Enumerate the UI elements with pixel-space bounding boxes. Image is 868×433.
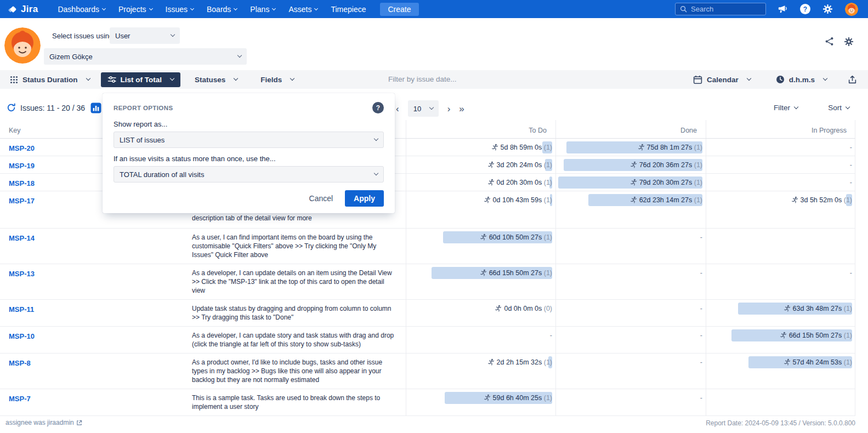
- nav-item-dashboards[interactable]: Dashboards: [51, 0, 112, 18]
- multiple-visits-select[interactable]: TOTAL duration of all visits: [114, 166, 384, 183]
- sort-button[interactable]: Sort: [828, 104, 849, 112]
- apply-button[interactable]: Apply: [345, 190, 384, 207]
- nav-item-plans[interactable]: Plans: [243, 0, 282, 18]
- admin-gear-icon[interactable]: [822, 4, 833, 14]
- table-row: MSP-10 As a developer, I can update stor…: [0, 327, 855, 354]
- footer-assignee-link[interactable]: assignee was jiraadmin: [5, 419, 82, 426]
- todo-duration-cell: 5d 8h 59m 0s (1): [406, 139, 555, 156]
- filter-button[interactable]: Filter: [774, 104, 798, 112]
- help-question-mark: ?: [803, 5, 807, 13]
- issue-date-filter-input[interactable]: Filter by issue date...: [388, 75, 457, 83]
- done-duration-cell: -: [555, 229, 706, 264]
- report-toolbar: Status Duration List of Total Statuses F…: [0, 70, 868, 89]
- avatar-illustration: [845, 3, 858, 16]
- nav-item-issues[interactable]: Issues: [159, 0, 200, 18]
- issue-key-link[interactable]: MSP-17: [9, 197, 35, 205]
- chevron-down-icon: [86, 76, 90, 81]
- toolbar-right-cluster: Calendar d.h.m.s: [689, 72, 857, 88]
- report-settings-gear-icon[interactable]: [844, 37, 854, 47]
- report-type-button[interactable]: List of Total: [101, 72, 181, 87]
- issue-key-link[interactable]: MSP-18: [9, 179, 35, 187]
- jira-logo[interactable]: Jira: [8, 4, 38, 15]
- next-page-button[interactable]: ›: [447, 104, 451, 113]
- runner-icon: [784, 358, 791, 366]
- table-row: MSP-13 As a developer, I can update deta…: [0, 264, 855, 300]
- chevron-down-icon: [149, 7, 152, 10]
- sliders-icon: [107, 76, 116, 83]
- issue-summary-cell: As a developer, I can update details on …: [189, 264, 406, 299]
- issue-summary-cell: Update task status by dragging and dropp…: [189, 300, 406, 326]
- duration-text: 66d 15h 50m 27s (1): [706, 331, 852, 340]
- duration-value: 3d 20h 24m 0s: [497, 161, 542, 169]
- issue-summary: As a developer, I can update details on …: [192, 269, 392, 294]
- top-navigation-bar: Jira Dashboards Projects Issues Boards P…: [0, 0, 868, 18]
- statuses-button[interactable]: Statuses: [190, 72, 242, 87]
- nav-item-projects[interactable]: Projects: [112, 0, 159, 18]
- prev-page-button[interactable]: ‹: [396, 104, 399, 113]
- duration-count: (0): [542, 305, 552, 312]
- issue-key-cell: MSP-13: [0, 264, 189, 299]
- duration-count: (1): [542, 161, 552, 169]
- nav-item-assets[interactable]: Assets: [282, 0, 324, 18]
- duration-text: 66d 15h 50m 27s (1): [406, 269, 552, 277]
- inprogress-duration-cell: 66d 15h 50m 27s (1): [706, 327, 855, 353]
- issue-key-link[interactable]: MSP-11: [9, 305, 34, 314]
- export-icon[interactable]: [848, 75, 857, 84]
- user-select[interactable]: Gizem Gökçe: [44, 48, 247, 65]
- duration-value: 5d 8h 59m 0s: [501, 144, 542, 151]
- issue-key-link[interactable]: MSP-14: [9, 234, 35, 242]
- dialog-help-icon[interactable]: ?: [372, 102, 384, 113]
- issue-source-select[interactable]: User: [110, 27, 180, 44]
- duration-count: (1): [542, 144, 552, 151]
- help-question-mark: ?: [376, 104, 380, 112]
- report-name-label: Status Duration: [22, 76, 78, 84]
- issue-key-link[interactable]: MSP-13: [9, 270, 35, 278]
- issue-key-link[interactable]: MSP-20: [9, 144, 35, 152]
- page-size-select[interactable]: 10: [408, 100, 439, 117]
- runner-icon: [780, 332, 787, 339]
- issue-key-link[interactable]: MSP-19: [9, 162, 35, 170]
- show-report-as-select[interactable]: LIST of issues: [114, 132, 384, 148]
- calendar-button[interactable]: Calendar: [689, 72, 755, 88]
- runner-icon: [480, 233, 487, 241]
- table-row: MSP-7 This is a sample task. Tasks are u…: [0, 389, 855, 416]
- navbar-right-cluster: Search ?: [675, 3, 858, 16]
- report-name-button[interactable]: Status Duration: [5, 72, 94, 87]
- issue-key-link[interactable]: MSP-8: [9, 359, 31, 367]
- chart-view-icon[interactable]: [90, 102, 101, 113]
- nav-item-timepiece[interactable]: Timepiece: [324, 0, 372, 18]
- report-type-label: List of Total: [121, 76, 162, 84]
- nav-item-boards[interactable]: Boards: [200, 0, 243, 18]
- issue-key-cell: MSP-14: [0, 229, 189, 264]
- chevron-down-icon: [746, 76, 751, 81]
- inprogress-duration-cell: [706, 389, 855, 415]
- report-options-dialog: REPORT OPTIONS ? Show report as... LIST …: [103, 93, 395, 213]
- inprogress-duration-cell: -: [706, 174, 855, 191]
- done-duration-cell: -: [555, 264, 706, 299]
- assignee-link-text: assignee was jiraadmin: [5, 419, 74, 426]
- fields-button[interactable]: Fields: [256, 72, 298, 87]
- chevron-down-icon: [290, 76, 294, 81]
- issue-key-link[interactable]: MSP-10: [9, 332, 35, 340]
- empty-duration-dash: -: [850, 269, 852, 277]
- chevron-down-icon: [171, 32, 175, 37]
- jira-logo-text: Jira: [21, 4, 38, 15]
- help-icon[interactable]: ?: [800, 4, 810, 14]
- announcements-megaphone-icon[interactable]: [778, 5, 788, 13]
- create-button[interactable]: Create: [380, 3, 418, 16]
- duration-count: (1): [692, 196, 702, 204]
- duration-count: (1): [542, 394, 552, 402]
- time-format-button[interactable]: d.h.m.s: [771, 72, 831, 87]
- issue-key-link[interactable]: MSP-7: [9, 395, 31, 403]
- search-input[interactable]: Search: [675, 3, 766, 15]
- column-header-done: Done: [555, 120, 706, 138]
- user-avatar-small[interactable]: [845, 3, 858, 16]
- share-icon[interactable]: [825, 37, 834, 46]
- last-page-button[interactable]: »: [459, 104, 464, 113]
- refresh-icon[interactable]: [7, 103, 16, 112]
- todo-duration-cell: 2d 2h 15m 32s (1): [406, 354, 555, 389]
- cancel-button[interactable]: Cancel: [309, 194, 333, 203]
- duration-text: 5d 8h 59m 0s (1): [406, 143, 552, 152]
- duration-value: 0d 10h 43m 59s: [493, 196, 542, 204]
- nav-item-label: Boards: [207, 5, 231, 14]
